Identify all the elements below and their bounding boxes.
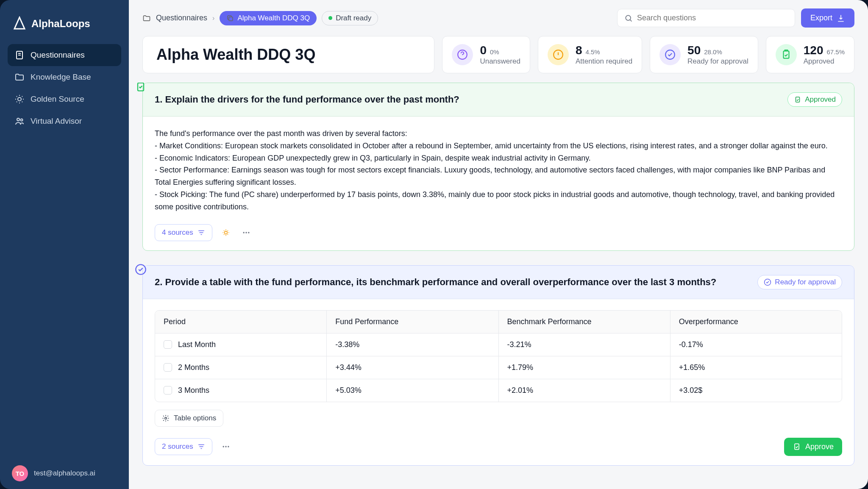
- svg-point-12: [224, 231, 227, 234]
- svg-rect-22: [795, 444, 799, 449]
- users-icon: [14, 116, 25, 126]
- svg-point-18: [165, 417, 167, 419]
- ai-suggest-button[interactable]: [219, 226, 233, 239]
- svg-point-3: [21, 119, 23, 121]
- approved-marker-icon: [135, 83, 147, 93]
- user-section[interactable]: TO test@alphaloops.ai: [8, 461, 121, 481]
- stat-ready: 5028.0%Ready for approval: [650, 36, 758, 73]
- svg-point-1: [18, 97, 21, 101]
- check-circle-icon: [764, 278, 771, 286]
- row-checkbox[interactable]: [164, 363, 172, 372]
- question-2-body: Period Fund Performance Benchmark Perfor…: [143, 299, 854, 438]
- stat-approved: 12067.5%Approved: [766, 36, 854, 73]
- avatar: TO: [12, 465, 28, 481]
- main: Questionnaires › Alpha Wealth DDQ 3Q Dra…: [129, 0, 868, 489]
- export-button[interactable]: Export: [801, 8, 854, 28]
- question-card-1: 1. Explain the drivers for the fund perf…: [142, 83, 854, 251]
- ready-badge: Ready for approval: [757, 275, 842, 289]
- documents-icon: [14, 50, 25, 60]
- topbar: Questionnaires › Alpha Wealth DDQ 3Q Dra…: [129, 0, 868, 36]
- question-icon: [452, 44, 473, 65]
- table-row[interactable]: Last Month -3.38%-3.21%-0.17%: [155, 333, 842, 356]
- folder-icon: [14, 72, 25, 82]
- search-icon: [624, 14, 633, 22]
- logo-icon: [12, 16, 27, 31]
- crumb-current[interactable]: Alpha Wealth DDQ 3Q: [220, 11, 317, 25]
- search-box[interactable]: [617, 9, 795, 27]
- download-icon: [837, 14, 845, 22]
- search-input[interactable]: [637, 14, 788, 22]
- svg-point-13: [243, 232, 244, 233]
- svg-point-14: [245, 232, 247, 233]
- status-pill: Draft ready: [322, 11, 378, 25]
- nav-questionnaires[interactable]: Questionnaires: [8, 44, 121, 66]
- folder-icon: [142, 14, 151, 22]
- question-1-title: 1. Explain the drivers for the fund perf…: [155, 94, 787, 105]
- status-dot-icon: [328, 16, 332, 20]
- svg-point-15: [248, 232, 249, 233]
- table-options-button[interactable]: Table options: [155, 410, 223, 427]
- sidebar: AlphaLoops Questionnaires Knowledge Base…: [0, 0, 129, 489]
- question-1-body: The fund's performance over the past mon…: [143, 117, 854, 224]
- gear-icon: [162, 414, 170, 422]
- svg-point-21: [228, 446, 229, 447]
- approve-button[interactable]: Approve: [784, 438, 842, 456]
- breadcrumb: Questionnaires › Alpha Wealth DDQ 3Q Dra…: [142, 11, 611, 25]
- more-button[interactable]: [219, 440, 233, 453]
- crumb-root[interactable]: Questionnaires: [156, 14, 207, 22]
- svg-rect-4: [229, 17, 233, 21]
- header-row: Alpha Wealth DDQ 3Q 00%Unanswered 84.5%A…: [129, 36, 868, 83]
- svg-point-20: [225, 446, 226, 447]
- copy-icon: [226, 14, 234, 22]
- question-card-2: 2. Provide a table with the fund perform…: [142, 265, 854, 466]
- page-title: Alpha Wealth DDQ 3Q: [156, 46, 420, 64]
- table-row[interactable]: 2 Months +3.44%+1.79%+1.65%: [155, 356, 842, 379]
- svg-point-19: [223, 446, 224, 447]
- approved-badge: Approved: [787, 92, 842, 107]
- alert-icon: [548, 44, 569, 65]
- svg-point-5: [626, 15, 631, 20]
- title-card: Alpha Wealth DDQ 3Q: [142, 36, 434, 73]
- sources-button-2[interactable]: 2 sources: [155, 438, 212, 455]
- user-email: test@alphaloops.ai: [34, 469, 95, 478]
- sun-icon: [14, 94, 25, 104]
- clipboard-check-icon: [794, 96, 801, 103]
- nav-virtual-advisor[interactable]: Virtual Advisor: [8, 110, 121, 132]
- stat-attention: 84.5%Attention required: [538, 36, 642, 73]
- svg-point-2: [17, 118, 19, 121]
- clipboard-check-icon: [776, 44, 797, 65]
- brand-logo: AlphaLoops: [12, 16, 117, 31]
- table-row[interactable]: 3 Months +5.03%+2.01%+3.02$: [155, 379, 842, 402]
- row-checkbox[interactable]: [164, 386, 172, 395]
- sort-icon: [198, 229, 205, 236]
- more-button[interactable]: [239, 226, 253, 239]
- sort-icon: [198, 443, 205, 450]
- chevron-right-icon: ›: [212, 14, 214, 22]
- content-scroll[interactable]: 1. Explain the drivers for the fund perf…: [129, 83, 868, 489]
- nav: Questionnaires Knowledge Base Golden Sou…: [8, 44, 121, 461]
- svg-rect-11: [796, 97, 800, 102]
- question-2-title: 2. Provide a table with the fund perform…: [155, 277, 757, 288]
- sources-button-1[interactable]: 4 sources: [155, 224, 212, 241]
- approve-icon: [793, 442, 801, 451]
- performance-table: Period Fund Performance Benchmark Perfor…: [155, 310, 842, 402]
- ready-marker-icon: [135, 264, 147, 275]
- svg-rect-9: [783, 51, 789, 58]
- stat-unanswered: 00%Unanswered: [442, 36, 530, 73]
- nav-knowledge-base[interactable]: Knowledge Base: [8, 66, 121, 88]
- check-circle-icon: [659, 44, 681, 65]
- table-header: Period Fund Performance Benchmark Perfor…: [155, 311, 842, 333]
- row-checkbox[interactable]: [164, 340, 172, 349]
- nav-golden-source[interactable]: Golden Source: [8, 88, 121, 110]
